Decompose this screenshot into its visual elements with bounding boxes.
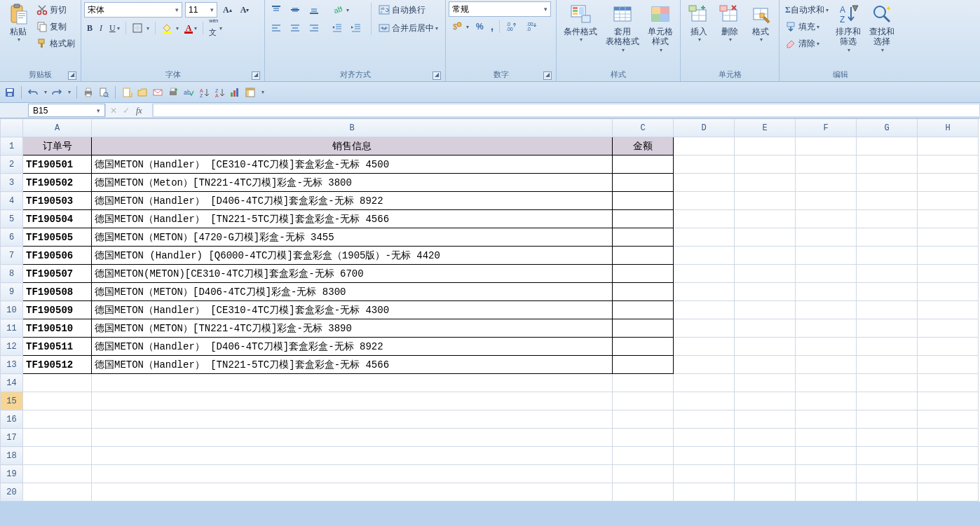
cell[interactable] [857,210,918,228]
comma-button[interactable]: , [489,19,496,34]
sort-asc-icon[interactable]: AZ [198,87,210,98]
merge-center-button[interactable]: a合并后居中▾ [376,20,440,36]
cell[interactable] [735,155,796,174]
cell[interactable] [735,283,796,301]
cell[interactable] [613,247,674,265]
cell[interactable] [674,483,735,501]
increase-font-button[interactable]: A▴ [221,2,234,18]
cell[interactable]: 德国METON（Handler） [D406-4TC刀模]套盒彩盒-无标 892… [92,338,613,356]
cell[interactable]: TF190503 [23,192,92,210]
cell[interactable] [796,410,857,429]
cell[interactable] [674,447,735,465]
cell[interactable] [735,228,796,247]
open-icon[interactable] [137,87,148,98]
cell[interactable] [613,429,674,447]
cell[interactable] [92,429,613,447]
cell[interactable] [23,410,92,429]
cell[interactable] [92,410,613,429]
cell[interactable] [613,283,674,301]
cell[interactable]: TF190509 [23,301,92,319]
align-middle-button[interactable] [287,2,305,18]
cell[interactable] [613,174,674,192]
column-header[interactable]: B [92,119,613,137]
cell[interactable] [857,228,918,247]
dialog-launcher-icon[interactable]: ◢ [252,71,260,80]
align-center-button[interactable] [287,20,305,36]
cell[interactable] [92,392,613,410]
cell[interactable]: TF190511 [23,338,92,356]
row-header[interactable]: 19 [1,465,23,483]
font-color-button[interactable]: A▾ [184,20,200,36]
cut-button[interactable]: 剪切 [34,2,77,18]
cell[interactable]: 德国METON(METON)[CE310-4TC刀模]套盒彩盒-无标 6700 [92,265,613,283]
cell[interactable]: TF190504 [23,210,92,228]
bold-button[interactable]: B [85,20,95,36]
cell[interactable] [674,174,735,192]
cell[interactable] [735,356,796,374]
align-right-button[interactable] [306,20,324,36]
cell[interactable] [918,429,979,447]
decrease-decimal-button[interactable]: .00.0 [524,19,541,34]
enter-icon[interactable]: ✓ [123,106,130,116]
row-header[interactable]: 7 [1,247,23,265]
cell[interactable] [613,356,674,374]
cell[interactable] [796,137,857,155]
row-header[interactable]: 10 [1,301,23,319]
cancel-icon[interactable]: ✕ [110,106,117,116]
cell[interactable] [735,374,796,392]
column-header[interactable]: H [918,119,979,137]
cell[interactable] [918,356,979,374]
cell[interactable] [918,247,979,265]
cell[interactable] [674,192,735,210]
cell[interactable] [23,392,92,410]
row-header[interactable]: 3 [1,174,23,192]
undo-icon[interactable] [27,87,39,98]
cell[interactable] [735,447,796,465]
cell[interactable] [857,447,918,465]
cell[interactable] [857,356,918,374]
cell[interactable] [735,265,796,283]
cell[interactable] [23,429,92,447]
decrease-indent-button[interactable] [329,20,347,36]
cell[interactable] [613,338,674,356]
cell[interactable] [674,137,735,155]
cell[interactable] [674,301,735,319]
cell[interactable] [735,338,796,356]
cell[interactable]: 德国METON（METON）[4720-G刀模]彩盒-无标 3455 [92,228,613,247]
cell[interactable] [735,137,796,155]
autosum-button[interactable]: Σ 自动求和▾ [783,2,831,18]
cell[interactable]: TF190507 [23,265,92,283]
fill-button[interactable]: 填充▾ [783,19,831,34]
cell[interactable] [674,283,735,301]
cell[interactable] [918,447,979,465]
cell[interactable] [796,465,857,483]
row-header[interactable]: 2 [1,155,23,174]
cell[interactable] [918,319,979,338]
cell[interactable] [735,410,796,429]
italic-button[interactable]: I [97,20,104,36]
borders-button[interactable]: ▾ [130,20,151,36]
orientation-button[interactable]: ab▾ [329,2,351,18]
underline-button[interactable]: U▾ [107,20,122,36]
cell[interactable]: 德国METON（Handler） [TN221-5TC刀模]套盒彩盒-无标 45… [92,210,613,228]
decrease-font-button[interactable]: A▾ [238,2,252,18]
cell[interactable] [796,338,857,356]
font-size-combo[interactable]: 11▾ [185,2,217,18]
insert-cells-button[interactable]: 插入▾ [683,1,714,45]
cell[interactable] [674,429,735,447]
cell[interactable] [735,192,796,210]
table-format-button[interactable]: 套用 表格格式▾ [601,1,644,55]
format-cells-button[interactable]: 格式▾ [745,1,776,45]
cell[interactable] [674,210,735,228]
column-header[interactable]: D [674,119,735,137]
cell[interactable] [613,228,674,247]
cell[interactable] [918,174,979,192]
cell[interactable] [674,465,735,483]
row-header[interactable]: 13 [1,356,23,374]
cell[interactable] [796,483,857,501]
cell[interactable] [857,265,918,283]
pivot-icon[interactable] [245,87,256,98]
row-header[interactable]: 20 [1,483,23,501]
find-select-button[interactable]: 查找和 选择▾ [865,1,899,55]
cell[interactable] [735,247,796,265]
